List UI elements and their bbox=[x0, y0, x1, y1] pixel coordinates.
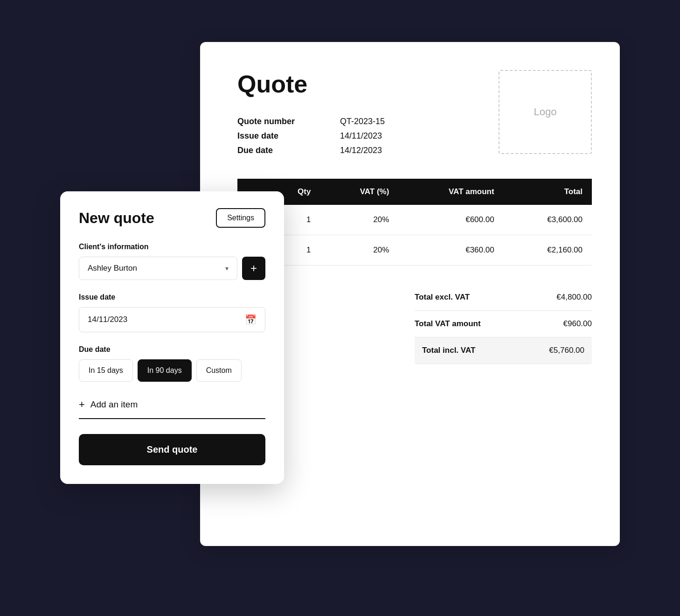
cell-total: €3,600.00 bbox=[504, 205, 592, 235]
total-vat-amount-value: €960.00 bbox=[563, 319, 592, 329]
col-header-vat-pct: VAT (%) bbox=[320, 179, 398, 205]
quote-table: Qty VAT (%) VAT amount Total 1 20% €600.… bbox=[237, 179, 592, 266]
logo-placeholder[interactable]: Logo bbox=[499, 70, 592, 154]
totals-section: Total excl. VAT €4,800.00 Total VAT amou… bbox=[237, 284, 592, 364]
total-excl-vat-value: €4,800.00 bbox=[556, 293, 592, 302]
calendar-icon: 📅 bbox=[245, 314, 257, 325]
due-option-15-days[interactable]: In 15 days bbox=[79, 359, 133, 382]
issue-date-value: 14/11/2023 bbox=[340, 131, 382, 141]
table-row: 1 20% €600.00 €3,600.00 bbox=[237, 205, 592, 235]
quote-number-value: QT-2023-15 bbox=[340, 117, 385, 126]
col-header-vat-amount: VAT amount bbox=[398, 179, 503, 205]
table-row: 1 20% €360.00 €2,160.00 bbox=[237, 235, 592, 266]
cell-vat-pct: 20% bbox=[320, 205, 398, 235]
cell-vat-pct: 20% bbox=[320, 235, 398, 266]
due-date-label: Due date bbox=[237, 146, 340, 155]
new-quote-panel: New quote Settings Client's information … bbox=[60, 191, 284, 484]
issue-date-section-label: Issue date bbox=[79, 293, 265, 301]
issue-date-label: Issue date bbox=[237, 131, 340, 141]
total-incl-vat-value: €5,760.00 bbox=[549, 346, 584, 355]
cell-vat-amount: €360.00 bbox=[398, 235, 503, 266]
cell-vat-amount: €600.00 bbox=[398, 205, 503, 235]
plus-icon: + bbox=[250, 262, 257, 275]
table-header-row: Qty VAT (%) VAT amount Total bbox=[237, 179, 592, 205]
add-client-button[interactable]: + bbox=[242, 257, 265, 280]
panel-header: New quote Settings bbox=[79, 208, 265, 228]
add-item-plus-icon: + bbox=[79, 399, 85, 411]
due-date-value: 14/12/2023 bbox=[340, 146, 382, 155]
issue-date-display: 14/11/2023 bbox=[88, 315, 127, 324]
send-quote-button[interactable]: Send quote bbox=[79, 434, 265, 465]
client-selector-row: Ashley Burton ▾ + bbox=[79, 257, 265, 280]
due-date-options: In 15 days In 90 days Custom bbox=[79, 359, 265, 382]
panel-title: New quote bbox=[79, 210, 154, 227]
chevron-down-icon: ▾ bbox=[225, 265, 229, 272]
settings-button[interactable]: Settings bbox=[216, 208, 265, 228]
due-option-90-days[interactable]: In 90 days bbox=[138, 359, 192, 382]
client-selected-value: Ashley Burton bbox=[88, 264, 137, 273]
quote-number-label: Quote number bbox=[237, 117, 340, 126]
total-incl-vat-label: Total incl. VAT bbox=[422, 346, 475, 355]
due-option-custom[interactable]: Custom bbox=[196, 359, 242, 382]
add-item-row[interactable]: + Add an item bbox=[79, 399, 265, 419]
total-vat-amount-label: Total VAT amount bbox=[415, 319, 481, 329]
client-section-label: Client's information bbox=[79, 243, 265, 251]
due-date-section-label: Due date bbox=[79, 345, 265, 354]
issue-date-input[interactable]: 14/11/2023 📅 bbox=[79, 307, 265, 332]
total-excl-vat-row: Total excl. VAT €4,800.00 bbox=[415, 284, 592, 311]
total-vat-amount-row: Total VAT amount €960.00 bbox=[415, 311, 592, 337]
add-item-label: Add an item bbox=[90, 399, 138, 410]
client-select-dropdown[interactable]: Ashley Burton ▾ bbox=[79, 257, 237, 280]
col-header-total: Total bbox=[504, 179, 592, 205]
total-excl-vat-label: Total excl. VAT bbox=[415, 293, 470, 302]
cell-total: €2,160.00 bbox=[504, 235, 592, 266]
total-incl-vat-row: Total incl. VAT €5,760.00 bbox=[415, 337, 592, 364]
